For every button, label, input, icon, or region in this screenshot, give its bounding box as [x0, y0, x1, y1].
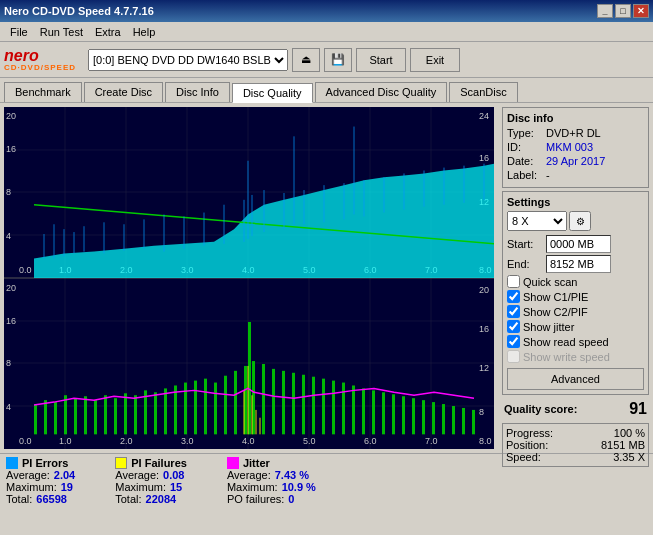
tab-scandisc[interactable]: ScanDisc — [449, 82, 517, 102]
window-title: Nero CD-DVD Speed 4.7.7.16 — [4, 5, 154, 17]
menu-file[interactable]: File — [4, 24, 34, 40]
close-button[interactable]: ✕ — [633, 4, 649, 18]
svg-text:16: 16 — [6, 144, 16, 154]
advanced-button[interactable]: Advanced — [507, 368, 644, 390]
logo: nero CD·DVD/SPEED — [4, 48, 76, 72]
svg-text:20: 20 — [479, 285, 489, 295]
pi-errors-title: PI Errors — [22, 457, 68, 469]
pi-failures-max: Maximum: 15 — [115, 481, 187, 493]
speed-row-progress: Speed: 3.35 X — [506, 451, 645, 463]
disc-date-row: Date: 29 Apr 2017 — [507, 155, 644, 167]
svg-rect-121 — [362, 388, 365, 434]
minimize-button[interactable]: _ — [597, 4, 613, 18]
tab-disc-info[interactable]: Disc Info — [165, 82, 230, 102]
svg-rect-126 — [412, 398, 415, 434]
quick-scan-label: Quick scan — [523, 276, 577, 288]
start-label: Start: — [507, 238, 542, 250]
svg-rect-112 — [272, 369, 275, 434]
quality-row: Quality score: 91 — [502, 398, 649, 420]
start-button[interactable]: Start — [356, 48, 406, 72]
svg-text:6.0: 6.0 — [364, 436, 377, 446]
menu-run-test[interactable]: Run Test — [34, 24, 89, 40]
pi-failures-color — [115, 457, 127, 469]
svg-rect-104 — [204, 379, 207, 435]
jitter-max: Maximum: 10.9 % — [227, 481, 316, 493]
tab-disc-quality[interactable]: Disc Quality — [232, 83, 313, 103]
disc-type-label: Type: — [507, 127, 542, 139]
title-bar: Nero CD-DVD Speed 4.7.7.16 _ □ ✕ — [0, 0, 653, 22]
svg-rect-107 — [234, 371, 237, 435]
jitter-avg: Average: 7.43 % — [227, 469, 316, 481]
show-c2-checkbox[interactable] — [507, 305, 520, 318]
menu-help[interactable]: Help — [127, 24, 162, 40]
exit-button[interactable]: Exit — [410, 48, 460, 72]
window-controls: _ □ ✕ — [597, 4, 649, 18]
svg-rect-123 — [382, 392, 385, 434]
quick-scan-checkbox[interactable] — [507, 275, 520, 288]
svg-rect-91 — [74, 398, 77, 434]
svg-rect-131 — [462, 408, 465, 434]
menu-extra[interactable]: Extra — [89, 24, 127, 40]
save-button[interactable]: 💾 — [324, 48, 352, 72]
start-input[interactable] — [546, 235, 611, 253]
tab-advanced-disc-quality[interactable]: Advanced Disc Quality — [315, 82, 448, 102]
end-label: End: — [507, 258, 542, 270]
pi-failures-stats: PI Failures Average: 0.08 Maximum: 15 To… — [115, 457, 187, 505]
speed-select[interactable]: 8 X 4 X 12 X 16 X — [507, 211, 567, 231]
speed-config-button[interactable]: ⚙ — [569, 211, 591, 231]
jitter-color — [227, 457, 239, 469]
svg-rect-89 — [54, 402, 57, 434]
svg-rect-127 — [422, 400, 425, 434]
show-read-speed-label: Show read speed — [523, 336, 609, 348]
pi-errors-max-label: Maximum: — [6, 481, 57, 493]
eject-button[interactable]: ⏏ — [292, 48, 320, 72]
svg-text:7.0: 7.0 — [425, 436, 438, 446]
pi-errors-total-label: Total: — [6, 493, 32, 505]
tab-bar: Benchmark Create Disc Disc Info Disc Qua… — [0, 78, 653, 103]
maximize-button[interactable]: □ — [615, 4, 631, 18]
pi-failures-total-value: 22084 — [146, 493, 177, 505]
jitter-title: Jitter — [243, 457, 270, 469]
svg-rect-103 — [194, 381, 197, 435]
svg-rect-119 — [342, 383, 345, 435]
disc-id-label: ID: — [507, 141, 542, 153]
jitter-stats: Jitter Average: 7.43 % Maximum: 10.9 % P… — [227, 457, 316, 505]
pi-failures-title: PI Failures — [131, 457, 187, 469]
quick-scan-row: Quick scan — [507, 275, 644, 288]
svg-rect-94 — [104, 395, 107, 434]
jitter-avg-label: Average: — [227, 469, 271, 481]
jitter-max-label: Maximum: — [227, 481, 278, 493]
show-c1-label: Show C1/PIE — [523, 291, 588, 303]
show-read-speed-row: Show read speed — [507, 335, 644, 348]
show-c1-checkbox[interactable] — [507, 290, 520, 303]
pi-failures-avg-label: Average: — [115, 469, 159, 481]
jitter-po-label: PO failures: — [227, 493, 284, 505]
drive-select[interactable]: [0:0] BENQ DVD DD DW1640 BSLB — [88, 49, 288, 71]
tab-create-disc[interactable]: Create Disc — [84, 82, 163, 102]
end-input[interactable] — [546, 255, 611, 273]
svg-text:20: 20 — [6, 111, 16, 121]
svg-text:0.0: 0.0 — [19, 265, 32, 275]
disc-id-value: MKM 003 — [546, 141, 593, 153]
disc-date-value: 29 Apr 2017 — [546, 155, 605, 167]
progress-value: 100 % — [614, 427, 645, 439]
show-read-speed-checkbox[interactable] — [507, 335, 520, 348]
show-jitter-checkbox[interactable] — [507, 320, 520, 333]
svg-rect-122 — [372, 390, 375, 434]
pi-failures-avg: Average: 0.08 — [115, 469, 187, 481]
charts-area: 20 16 8 4 24 16 12 0.0 1.0 2.0 3.0 4.0 5… — [4, 107, 494, 449]
settings-box: Settings 8 X 4 X 12 X 16 X ⚙ Start: End: — [502, 191, 649, 395]
svg-text:4: 4 — [6, 231, 11, 241]
svg-text:16: 16 — [479, 324, 489, 334]
svg-text:1.0: 1.0 — [59, 436, 72, 446]
end-row: End: — [507, 255, 644, 273]
pi-failures-total: Total: 22084 — [115, 493, 187, 505]
disc-info-box: Disc info Type: DVD+R DL ID: MKM 003 Dat… — [502, 107, 649, 188]
tab-benchmark[interactable]: Benchmark — [4, 82, 82, 102]
svg-rect-90 — [64, 395, 67, 434]
position-row: Position: 8151 MB — [506, 439, 645, 451]
position-label: Position: — [506, 439, 548, 451]
svg-rect-129 — [442, 404, 445, 434]
svg-text:20: 20 — [6, 283, 16, 293]
quality-score: 91 — [629, 400, 647, 418]
